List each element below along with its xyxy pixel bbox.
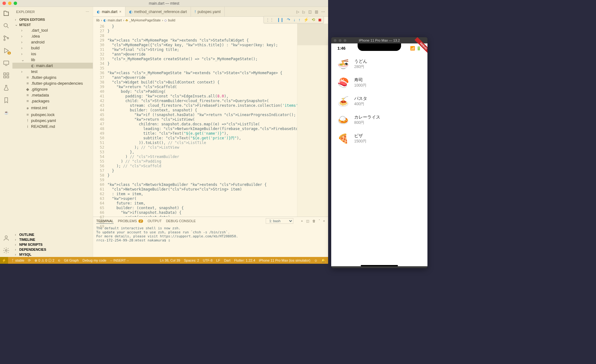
tree-item[interactable]: ≡.flutter-plugins [12, 74, 93, 80]
more-icon[interactable]: ⋯ [86, 10, 89, 14]
stop-icon[interactable]: ◼ [318, 17, 322, 22]
feedback-icon[interactable]: ☺ [314, 258, 318, 263]
list-item[interactable]: 🍛カレーライス800円 [331, 110, 427, 129]
home-indicator[interactable] [361, 265, 398, 266]
tab-problems[interactable]: PROBLEMS 2 [118, 218, 143, 223]
tree-item[interactable]: ◐main.dart [12, 63, 93, 69]
list-item[interactable]: 🍕ピザ1500円 [331, 129, 427, 148]
editor-tab[interactable]: ◐method_channel_reference.dart [125, 7, 191, 16]
tree-item[interactable]: !pubspec.yaml [12, 118, 93, 124]
tree-item[interactable]: ›test [12, 69, 93, 74]
extensions-icon[interactable] [3, 72, 10, 79]
tab-output[interactable]: OUTPUT [147, 218, 161, 223]
tree-item[interactable]: ≡.flutter-plugins-dependencies [12, 80, 93, 86]
titlebar[interactable]: main.dart — mtest [0, 0, 328, 7]
flutter-ver[interactable]: Flutter: 1.22.4 [234, 258, 255, 263]
tree-item[interactable]: ๑mtest.iml [12, 104, 93, 112]
food-list[interactable]: 🍜うどん280円🍣寿司1000円🍝パスタ400円🍛カレーライス800円🍕ピザ15… [331, 53, 427, 264]
debug-run-icon[interactable]: ▷̤ [302, 10, 305, 14]
step-over-icon[interactable]: ↷ [287, 17, 290, 22]
minimize-window-icon[interactable] [8, 2, 11, 5]
search-icon[interactable] [3, 22, 10, 29]
close-panel-icon[interactable]: × [323, 219, 325, 223]
remote-icon[interactable] [3, 60, 10, 66]
tree-item[interactable]: ›.idea [12, 33, 93, 39]
crumb[interactable]: build [168, 18, 175, 22]
crumb[interactable]: _MyHomePageState [129, 18, 161, 22]
open-editors-section[interactable]: ›OPEN EDITORS [12, 17, 93, 22]
ios-simulator[interactable]: iPhone 11 Pro Max — 13.2 DEBUG 1:46 📶 🔋 … [331, 37, 427, 268]
test-icon[interactable] [3, 84, 10, 91]
sim-titlebar[interactable]: iPhone 11 Pro Max — 13.2 [331, 37, 427, 43]
deps-section[interactable]: ›DEPENDENCIES [12, 247, 93, 252]
crumb[interactable]: main.dart [108, 18, 122, 22]
explorer-icon[interactable] [3, 10, 10, 17]
tab-terminal[interactable]: TERMINAL [96, 218, 114, 224]
java-icon[interactable]: ☕ [3, 109, 10, 116]
cursor-pos[interactable]: Ln 38, Col 39 [160, 258, 180, 263]
new-terminal-icon[interactable]: + [301, 219, 303, 223]
code-editor[interactable]: 26 27 28 29 30 31 32 33 34 35 36 37 38 3… [93, 24, 328, 217]
tree-item[interactable]: ≡pubspec.lock [12, 112, 93, 118]
tab-debug-console[interactable]: DEBUG CONSOLE [166, 218, 196, 223]
phone-screen[interactable]: DEBUG 1:46 📶 🔋 🍜うどん280円🍣寿司1000円🍝パスタ400円🍛… [331, 43, 427, 266]
list-item[interactable]: 🍣寿司1000円 [331, 73, 427, 92]
port-icon[interactable]: ⎋ [58, 258, 60, 262]
tree-item[interactable]: ◆.gitignore [12, 86, 93, 92]
code-content[interactable]: } } "kw">class "cls">MyHomePage "kw">ext… [107, 24, 297, 217]
account-icon[interactable] [3, 235, 10, 241]
split-icon[interactable]: ◫ [308, 10, 312, 14]
maximize-window-icon[interactable] [14, 2, 17, 5]
minimap[interactable] [297, 24, 328, 217]
outline-section[interactable]: ›OUTLINE [12, 232, 93, 237]
crumb[interactable]: lib [96, 18, 100, 22]
editor-tab[interactable]: ◐main.dart× [93, 7, 125, 16]
restart-icon[interactable]: ⟲ [312, 17, 315, 22]
timeline-section[interactable]: ›TIMELINE [12, 237, 93, 242]
editor-tab[interactable]: !pubspec.yaml [191, 7, 224, 16]
indent[interactable]: Spaces: 2 [184, 258, 199, 263]
terminal-output[interactable]: The default interactive shell is now zsh… [93, 225, 328, 257]
close-tab-icon[interactable]: × [119, 10, 121, 14]
scm-icon[interactable] [3, 35, 10, 42]
problems-status[interactable]: ⊗ 0 ⚠ 0 ⓘ 2 [34, 258, 54, 263]
tree-item[interactable]: ›.dart_tool [12, 27, 93, 33]
git-graph[interactable]: Git Graph [64, 258, 79, 262]
git-branch[interactable]: ᚶ stable [12, 258, 24, 262]
npm-section[interactable]: ›NPM SCRIPTS [12, 242, 93, 247]
maximize-panel-icon[interactable]: ˆ [319, 219, 320, 223]
bell-icon[interactable]: 🔔 [321, 258, 326, 263]
tree-item[interactable]: iREADME.md [12, 124, 93, 129]
project-root[interactable]: ⌄MTEST [12, 22, 93, 27]
tree-item[interactable]: ⌄lib [12, 57, 93, 63]
kill-terminal-icon[interactable]: 🗑 [312, 219, 316, 223]
more-icon[interactable]: ⋯ [321, 10, 325, 14]
debug-target[interactable]: Debug my code [83, 258, 106, 262]
step-into-icon[interactable]: ↓ [293, 17, 296, 22]
drag-handle-icon[interactable]: ⋮⋮ [266, 17, 274, 22]
debug-icon[interactable] [3, 47, 10, 54]
device[interactable]: iPhone 11 Pro Max (ios simulator) [259, 258, 310, 263]
list-item[interactable]: 🍜うどん280円 [331, 55, 427, 73]
encoding[interactable]: UTF-8 [203, 258, 212, 263]
list-item[interactable]: 🍝パスタ400円 [331, 92, 427, 110]
debug-toolbar[interactable]: ⋮⋮ ❙❙ ↷ ↓ ↑ ⚡ ⟲ ◼ [264, 16, 324, 23]
tree-item[interactable]: ≡.packages [12, 98, 93, 104]
terminal-select[interactable]: 1: bash [266, 218, 293, 224]
tree-item[interactable]: ›build [12, 45, 93, 51]
pause-icon[interactable]: ❙❙ [277, 17, 284, 22]
close-window-icon[interactable] [2, 2, 6, 5]
remote-indicator[interactable]: ⚡ [0, 257, 8, 264]
eol[interactable]: LF [216, 258, 220, 263]
run-icon[interactable]: ▷ [296, 10, 299, 14]
tree-item[interactable]: ›android [12, 39, 93, 45]
tree-item[interactable]: ≡.metadata [12, 92, 93, 98]
split-terminal-icon[interactable]: ◫ [306, 219, 309, 223]
sync-icon[interactable]: ⟳ [28, 258, 31, 263]
layout-icon[interactable]: ▥ [315, 10, 318, 14]
hot-reload-icon[interactable]: ⚡ [304, 17, 309, 22]
bookmark-icon[interactable] [3, 97, 10, 104]
tree-item[interactable]: ›ios [12, 51, 93, 57]
step-out-icon[interactable]: ↑ [299, 17, 301, 22]
mysql-section[interactable]: ›MYSQL [12, 252, 93, 257]
